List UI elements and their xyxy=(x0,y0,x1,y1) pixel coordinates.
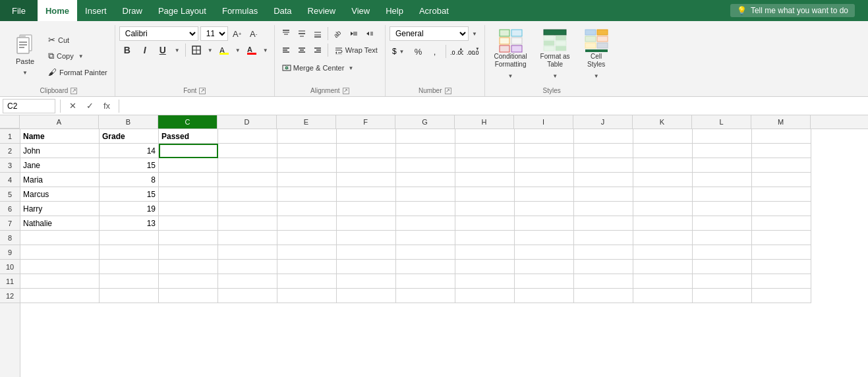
cell-B7[interactable]: 13 xyxy=(100,216,159,231)
cell-L4[interactable] xyxy=(693,173,752,187)
cell-G5[interactable] xyxy=(396,187,455,202)
font-expand[interactable]: ↗ xyxy=(199,88,206,94)
cell-A10[interactable] xyxy=(20,260,100,274)
row-num-5[interactable]: 5 xyxy=(0,187,20,202)
cell-L1[interactable] xyxy=(693,129,752,144)
cell-K4[interactable] xyxy=(633,173,693,187)
cell-D10[interactable] xyxy=(218,260,277,274)
alignment-expand[interactable]: ↗ xyxy=(343,88,349,94)
cell-E10[interactable] xyxy=(277,260,337,274)
cell-L3[interactable] xyxy=(693,158,752,173)
cell-D12[interactable] xyxy=(218,289,277,303)
menu-item-data[interactable]: Data xyxy=(266,0,299,21)
copy-dropdown[interactable]: ▼ xyxy=(76,49,86,63)
border-dropdown[interactable]: ▼ xyxy=(206,43,215,57)
conditional-formatting-button[interactable]: ConditionalFormatting ▼ xyxy=(489,26,533,86)
menu-item-acrobat[interactable]: Acrobat xyxy=(411,0,457,21)
cell-K9[interactable] xyxy=(633,245,693,260)
cell-E8[interactable] xyxy=(277,231,337,245)
menu-search[interactable]: 💡 Tell me what you want to do xyxy=(730,4,855,17)
cell-H2[interactable] xyxy=(455,144,515,158)
cell-L9[interactable] xyxy=(693,245,752,260)
cell-D2[interactable] xyxy=(218,144,277,158)
select-all-button[interactable] xyxy=(0,115,20,129)
cell-F10[interactable] xyxy=(337,260,396,274)
cell-C8[interactable] xyxy=(159,231,218,245)
col-header-E[interactable]: E xyxy=(277,115,336,129)
cell-D5[interactable] xyxy=(218,187,277,202)
row-num-4[interactable]: 4 xyxy=(0,173,20,187)
menu-item-view[interactable]: View xyxy=(343,0,378,21)
cell-E4[interactable] xyxy=(277,173,337,187)
cell-G7[interactable] xyxy=(396,216,455,231)
cell-D6[interactable] xyxy=(218,202,277,216)
col-header-G[interactable]: G xyxy=(395,115,455,129)
align-bottom-button[interactable] xyxy=(310,26,325,41)
cell-C5[interactable] xyxy=(159,187,218,202)
cell-A7[interactable]: Nathalie xyxy=(20,216,100,231)
fill-color-button[interactable]: A xyxy=(217,43,231,57)
cell-J4[interactable] xyxy=(574,173,633,187)
cell-F5[interactable] xyxy=(337,187,396,202)
font-family-select[interactable]: Calibri xyxy=(119,26,198,41)
fill-dropdown[interactable]: ▼ xyxy=(233,43,243,57)
cell-A5[interactable]: Marcus xyxy=(20,187,100,202)
cell-J12[interactable] xyxy=(574,289,633,303)
cell-M1[interactable] xyxy=(752,129,811,144)
cell-A3[interactable]: Jane xyxy=(20,158,100,173)
format-table-dropdown[interactable]: ▼ xyxy=(550,69,560,83)
menu-item-review[interactable]: Review xyxy=(300,0,344,21)
cell-K10[interactable] xyxy=(633,260,693,274)
cell-E6[interactable] xyxy=(277,202,337,216)
wrap-text-button[interactable]: Wrap Text xyxy=(331,44,381,56)
col-header-D[interactable]: D xyxy=(217,115,277,129)
menu-item-home[interactable]: Home xyxy=(38,0,77,21)
cell-L6[interactable] xyxy=(693,202,752,216)
cell-L11[interactable] xyxy=(693,274,752,289)
cell-D3[interactable] xyxy=(218,158,277,173)
cell-C2[interactable] xyxy=(159,144,218,158)
cell-A9[interactable] xyxy=(20,245,100,260)
cell-L7[interactable] xyxy=(693,216,752,231)
cell-B1[interactable]: Grade xyxy=(100,129,159,144)
decrease-font-button[interactable]: A- xyxy=(246,26,261,41)
cell-M8[interactable] xyxy=(752,231,811,245)
conditional-dropdown[interactable]: ▼ xyxy=(506,69,515,83)
cell-I5[interactable] xyxy=(515,187,574,202)
cell-A8[interactable] xyxy=(20,231,100,245)
paste-button[interactable]: Paste ▼ xyxy=(7,26,43,86)
font-color-dropdown[interactable]: ▼ xyxy=(261,43,270,57)
row-num-1[interactable]: 1 xyxy=(0,129,20,144)
cell-E11[interactable] xyxy=(277,274,337,289)
cell-H12[interactable] xyxy=(455,289,515,303)
menu-item-help[interactable]: Help xyxy=(378,0,411,21)
cell-L10[interactable] xyxy=(693,260,752,274)
cell-I2[interactable] xyxy=(515,144,574,158)
cell-H6[interactable] xyxy=(455,202,515,216)
cell-H9[interactable] xyxy=(455,245,515,260)
col-header-I[interactable]: I xyxy=(514,115,573,129)
cell-G8[interactable] xyxy=(396,231,455,245)
row-num-6[interactable]: 6 xyxy=(0,202,20,216)
cell-G1[interactable] xyxy=(396,129,455,144)
cell-H10[interactable] xyxy=(455,260,515,274)
underline-button[interactable]: U xyxy=(155,43,171,57)
cell-H3[interactable] xyxy=(455,158,515,173)
cell-D1[interactable] xyxy=(218,129,277,144)
decrease-decimal-button[interactable]: .00.0 xyxy=(466,44,480,59)
cell-J11[interactable] xyxy=(574,274,633,289)
row-num-2[interactable]: 2 xyxy=(0,144,20,158)
row-num-9[interactable]: 9 xyxy=(0,245,20,260)
cell-I9[interactable] xyxy=(515,245,574,260)
italic-button[interactable]: I xyxy=(137,43,153,57)
font-color-button[interactable]: A xyxy=(245,43,259,57)
comma-button[interactable]: , xyxy=(428,44,442,59)
cell-L2[interactable] xyxy=(693,144,752,158)
cell-J5[interactable] xyxy=(574,187,633,202)
decrease-indent-button[interactable] xyxy=(347,26,361,41)
cell-I8[interactable] xyxy=(515,231,574,245)
cell-H7[interactable] xyxy=(455,216,515,231)
cell-B8[interactable] xyxy=(100,231,159,245)
cell-M12[interactable] xyxy=(752,289,811,303)
cell-G3[interactable] xyxy=(396,158,455,173)
